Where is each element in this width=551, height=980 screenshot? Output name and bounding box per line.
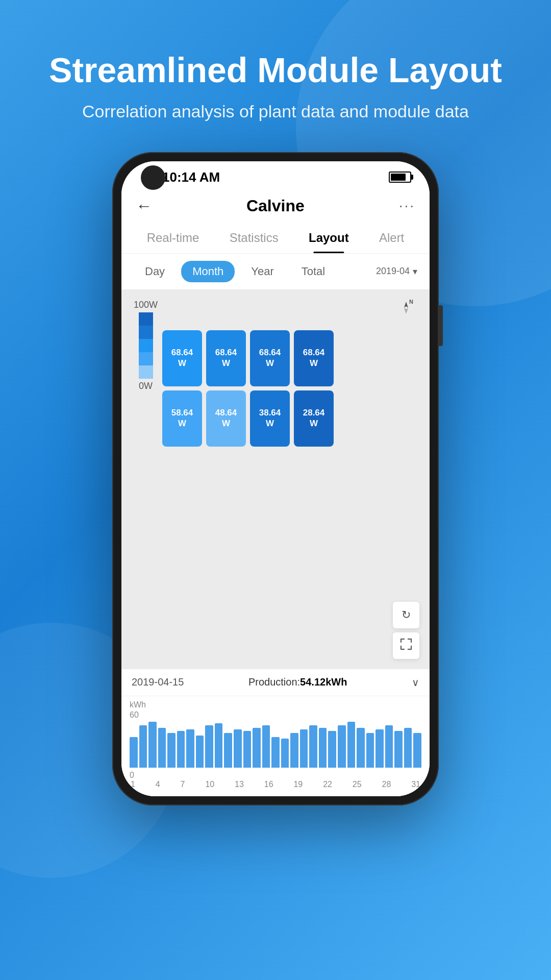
bar xyxy=(385,725,393,768)
x-label: 4 xyxy=(156,780,160,789)
chart-y-label: kWh xyxy=(130,700,146,709)
status-bar: 10:14 AM xyxy=(121,161,430,189)
svg-marker-0 xyxy=(404,302,408,308)
more-menu-button[interactable]: ··· xyxy=(399,198,415,214)
legend: 100W 0W xyxy=(134,300,158,391)
x-label: 28 xyxy=(382,780,391,789)
bar xyxy=(300,729,308,768)
bar xyxy=(394,731,403,768)
current-date: 2019-04 xyxy=(376,266,410,277)
legend-min-label: 0W xyxy=(139,381,153,391)
bar xyxy=(309,725,317,768)
module-cell[interactable]: 68.64 W xyxy=(294,330,334,386)
bar xyxy=(130,737,138,768)
legend-max-label: 100W xyxy=(134,300,158,310)
bar xyxy=(224,733,232,768)
bar xyxy=(262,725,270,768)
bar xyxy=(253,728,261,768)
bar xyxy=(281,739,289,768)
status-time: 10:14 AM xyxy=(162,169,220,185)
bar xyxy=(234,729,242,768)
x-label: 13 xyxy=(235,780,244,789)
phone-screen: 10:14 AM ← Calvine ··· Real-time Statist… xyxy=(121,161,430,796)
app-header: ← Calvine ··· xyxy=(121,189,430,223)
back-button[interactable]: ← xyxy=(136,197,152,215)
module-cell[interactable]: 38.64 W xyxy=(250,390,290,447)
module-cell[interactable]: 68.64 W xyxy=(250,330,290,386)
bar xyxy=(177,731,185,768)
map-area: 100W 0W xyxy=(121,289,430,669)
tab-alert[interactable]: Alert xyxy=(374,223,409,253)
bar xyxy=(347,722,356,768)
panel-header: 2019-04-15 Production:54.12kWh ∨ xyxy=(121,669,430,696)
bar xyxy=(139,725,147,768)
module-unit: W xyxy=(266,419,274,429)
bar xyxy=(319,728,327,768)
bar xyxy=(205,725,213,768)
tab-layout[interactable]: Layout xyxy=(304,223,354,253)
module-cell[interactable]: 58.64 W xyxy=(162,390,202,447)
bar xyxy=(186,729,194,768)
bar xyxy=(271,737,280,768)
module-cell[interactable]: 68.64 W xyxy=(206,330,246,386)
refresh-button[interactable]: ↻ xyxy=(393,602,419,628)
filter-total-button[interactable]: Total xyxy=(290,261,336,282)
main-content: 100W 0W xyxy=(121,289,430,796)
date-arrow-icon: ▾ xyxy=(413,266,417,277)
filter-month-button[interactable]: Month xyxy=(181,261,235,282)
module-unit: W xyxy=(222,419,230,429)
panel-date: 2019-04-15 xyxy=(132,676,184,688)
module-cell[interactable]: 68.64 W xyxy=(162,330,202,386)
module-cell[interactable]: 48.64 W xyxy=(206,390,246,447)
x-label: 1 xyxy=(131,780,135,789)
module-unit: W xyxy=(222,358,230,369)
bar xyxy=(290,733,298,768)
svg-text:N: N xyxy=(409,300,413,305)
bar xyxy=(338,725,346,768)
bar xyxy=(215,723,223,768)
bar xyxy=(375,729,384,768)
tab-realtime[interactable]: Real-time xyxy=(142,223,205,253)
bar xyxy=(413,733,421,768)
x-label: 16 xyxy=(264,780,273,789)
panel-expand-icon[interactable]: ∨ xyxy=(412,676,419,689)
filter-year-button[interactable]: Year xyxy=(240,261,285,282)
x-label: 22 xyxy=(323,780,332,789)
tab-statistics[interactable]: Statistics xyxy=(224,223,284,253)
module-value: 68.64 xyxy=(259,348,281,358)
module-value: 28.64 xyxy=(303,408,325,418)
bar xyxy=(243,731,252,768)
module-value: 48.64 xyxy=(215,408,237,418)
x-label: 25 xyxy=(353,780,362,789)
bar xyxy=(148,722,157,768)
module-unit: W xyxy=(310,358,318,369)
battery-icon xyxy=(389,172,411,183)
expand-button[interactable] xyxy=(393,632,419,659)
module-unit: W xyxy=(310,419,318,429)
bar xyxy=(167,733,176,768)
module-unit: W xyxy=(178,419,186,429)
chart-area: kWh 60 0 1471013161922252831 xyxy=(121,696,430,796)
bar xyxy=(404,728,412,768)
bar xyxy=(328,731,336,768)
refresh-icon: ↻ xyxy=(402,608,411,622)
action-buttons: ↻ xyxy=(393,602,419,659)
module-value: 68.64 xyxy=(171,348,193,358)
module-grid: 68.64 W 68.64 W 68.64 W 68.64 xyxy=(162,330,334,447)
module-value: 58.64 xyxy=(171,408,193,418)
date-selector[interactable]: 2019-04 ▾ xyxy=(376,266,417,277)
north-indicator: N xyxy=(398,300,414,319)
production-value: 54.12kWh xyxy=(300,676,347,688)
x-label: 19 xyxy=(293,780,303,789)
x-label: 10 xyxy=(205,780,214,789)
hero-title: Streamlined Module Layout xyxy=(18,51,533,89)
module-cell[interactable]: 28.64 W xyxy=(294,390,334,447)
panel-production: Production:54.12kWh xyxy=(248,676,347,688)
chart-y-max: 60 xyxy=(130,710,139,719)
phone-frame: 10:14 AM ← Calvine ··· Real-time Statist… xyxy=(112,152,439,805)
app-title: Calvine xyxy=(246,197,305,215)
tabs-bar: Real-time Statistics Layout Alert xyxy=(121,223,430,254)
x-label: 7 xyxy=(181,780,185,789)
filter-day-button[interactable]: Day xyxy=(134,261,176,282)
legend-bar xyxy=(139,312,153,379)
